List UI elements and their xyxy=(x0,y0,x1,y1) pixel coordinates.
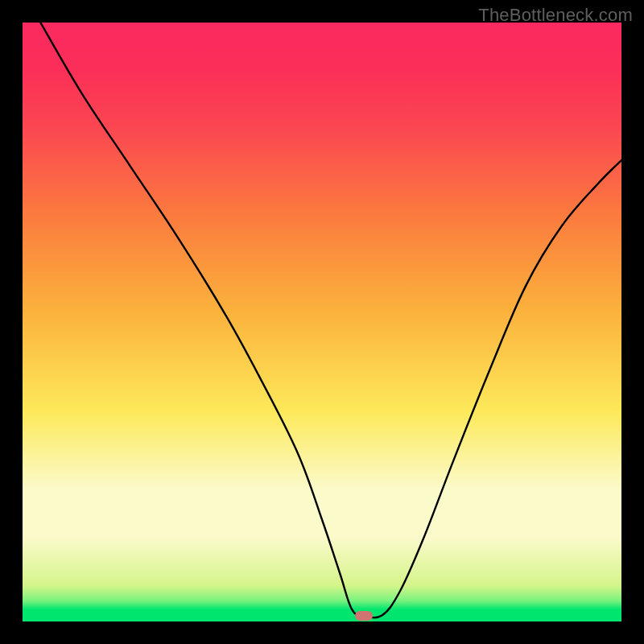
curve-svg xyxy=(23,23,621,621)
chart-frame: TheBottleneck.com xyxy=(0,0,644,644)
watermark-text: TheBottleneck.com xyxy=(478,5,633,26)
optimum-marker xyxy=(355,611,373,621)
plot-area xyxy=(23,23,621,621)
bottleneck-curve xyxy=(40,23,621,617)
